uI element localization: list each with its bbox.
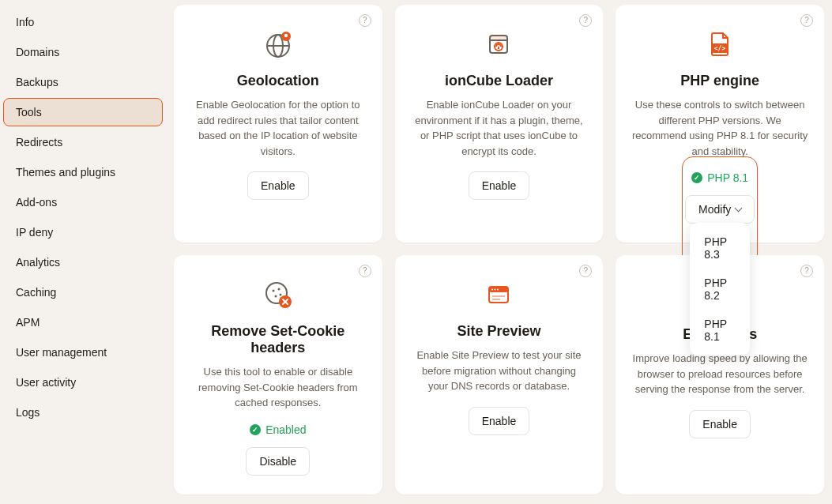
disable-button[interactable]: Disable (246, 447, 310, 476)
php-status-label: PHP 8.1 (707, 171, 748, 184)
card-description: Enable Site Preview to test your site be… (411, 348, 588, 394)
card-remove-set-cookie: ? Remove Set-Cookie headers Use this too… (174, 255, 382, 495)
sidebar-item-logs[interactable]: Logs (3, 398, 163, 427)
sidebar-item-redirects[interactable]: Redirects (3, 128, 163, 156)
card-description: Enable Geolocation for the option to add… (190, 97, 367, 159)
card-title: ionCube Loader (445, 73, 553, 89)
sidebar-item-analytics[interactable]: Analytics (3, 248, 163, 276)
php-file-icon: </> (702, 27, 737, 62)
cube-icon (481, 27, 516, 62)
help-icon[interactable]: ? (800, 265, 813, 277)
help-icon[interactable]: ? (359, 14, 371, 27)
sidebar-item-apm[interactable]: APM (3, 308, 163, 337)
svg-point-4 (284, 34, 288, 37)
globe-icon (261, 27, 296, 62)
svg-point-15 (274, 295, 277, 298)
card-geolocation: ? Geolocation Enable Geolocation for the… (174, 5, 382, 243)
svg-point-24 (497, 289, 499, 291)
chevron-down-icon (735, 205, 743, 213)
card-php-engine: ? </> PHP engine Use these controls to s… (616, 5, 824, 243)
help-icon[interactable]: ? (579, 265, 592, 277)
card-site-preview: ? Site Preview Enable Site Preview to te… (395, 255, 604, 495)
php-option-81[interactable]: PHP 8.1 (695, 310, 745, 351)
sidebar-item-add-ons[interactable]: Add-ons (3, 188, 163, 216)
svg-point-22 (491, 289, 493, 291)
card-title: Geolocation (237, 73, 319, 89)
help-icon[interactable]: ? (579, 14, 592, 27)
svg-point-14 (277, 288, 280, 291)
card-description: Enable ionCube Loader on your environmen… (411, 97, 588, 159)
php-option-83[interactable]: PHP 8.3 (695, 228, 745, 269)
svg-point-13 (272, 290, 274, 292)
check-icon (691, 172, 702, 183)
card-title: PHP engine (680, 73, 759, 89)
sidebar-item-user-management[interactable]: User management (3, 338, 163, 367)
sidebar-item-themes-plugins[interactable]: Themes and plugins (3, 158, 163, 186)
sidebar: Info Domains Backups Tools Redirects The… (0, 0, 166, 504)
card-title: Remove Set-Cookie headers (190, 323, 367, 356)
sidebar-item-backups[interactable]: Backups (3, 68, 163, 96)
card-description: Improve loading speed by allowing the br… (631, 351, 808, 397)
card-description: Use this tool to enable or disable remov… (190, 364, 367, 411)
browser-preview-icon (481, 277, 516, 312)
card-ioncube: ? ionCube Loader Enable ionCube Loader o… (395, 5, 604, 243)
svg-text:</>: </> (714, 45, 726, 52)
modify-label: Modify (698, 203, 731, 216)
sidebar-item-info[interactable]: Info (3, 8, 163, 36)
enable-button[interactable]: Enable (469, 407, 530, 435)
cookie-status-label: Enabled (265, 423, 306, 436)
php-version-dropdown: PHP 8.3 PHP 8.2 PHP 8.1 (690, 223, 750, 355)
enable-button[interactable]: Enable (689, 410, 751, 438)
help-icon[interactable]: ? (359, 265, 371, 277)
sidebar-item-domains[interactable]: Domains (3, 38, 163, 66)
php-option-82[interactable]: PHP 8.2 (695, 269, 745, 310)
help-icon[interactable]: ? (800, 14, 813, 27)
sidebar-item-user-activity[interactable]: User activity (3, 368, 163, 397)
modify-button[interactable]: Modify (685, 195, 755, 224)
sidebar-item-caching[interactable]: Caching (3, 278, 163, 307)
cookie-status: Enabled (250, 423, 306, 436)
main-content: ? Geolocation Enable Geolocation for the… (166, 0, 832, 504)
svg-point-16 (279, 294, 281, 296)
card-description: Use these controls to switch between dif… (631, 97, 808, 159)
sidebar-item-ip-deny[interactable]: IP deny (3, 218, 163, 246)
cookie-remove-icon (261, 277, 296, 312)
check-icon (250, 424, 261, 435)
enable-button[interactable]: Enable (469, 171, 530, 200)
svg-point-23 (495, 289, 496, 291)
php-status: PHP 8.1 (691, 171, 748, 184)
enable-button[interactable]: Enable (247, 171, 309, 200)
sidebar-item-tools[interactable]: Tools (3, 98, 163, 126)
card-title: Site Preview (457, 323, 540, 340)
